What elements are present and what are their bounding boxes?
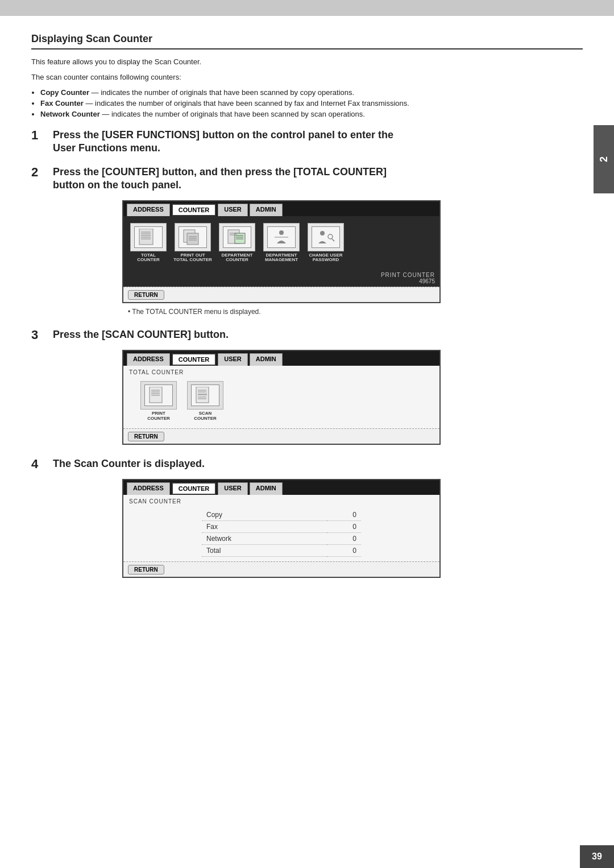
- panel-1-body: TOTALCOUNTER: [123, 216, 439, 270]
- icon-print-total[interactable]: PRINT OUTTOTAL COUNTER: [172, 223, 213, 263]
- total-counter-label: TOTAL COUNTER: [129, 369, 434, 375]
- panel-3-tabbar: ADDRESS COUNTER USER ADMIN: [123, 480, 439, 495]
- bullet-network: Network Counter — indicates the number o…: [40, 110, 583, 118]
- panel-1-counter-info: PRINT COUNTER 49675: [123, 270, 439, 287]
- icon-dept-counter[interactable]: DEPARTMENTCOUNTER: [217, 223, 258, 263]
- icon-print-counter-inner: [144, 385, 173, 406]
- scan-counter-table: Copy 0 Fax 0 Network 0 Total: [202, 509, 361, 557]
- icon-scan-counter[interactable]: SCANCOUNTER: [185, 381, 226, 421]
- icon-change-pwd-box: [308, 223, 344, 251]
- panel-3-return-btn[interactable]: RETURN: [128, 565, 164, 574]
- tab-address-3[interactable]: ADDRESS: [127, 482, 170, 495]
- scan-row-total: Total 0: [202, 545, 361, 557]
- scan-total-value: 0: [327, 545, 361, 557]
- icon-change-pwd[interactable]: CHANGE USERPASSWORD: [305, 223, 346, 263]
- icon-scan-counter-label: SCANCOUNTER: [194, 411, 217, 421]
- svg-rect-19: [275, 237, 288, 238]
- side-tab-number: 2: [598, 156, 610, 162]
- step-1-number: 1: [31, 129, 47, 142]
- tab-admin-2[interactable]: ADMIN: [250, 353, 283, 366]
- tab-admin-3[interactable]: ADMIN: [250, 482, 283, 495]
- intro-line2: The scan counter contains following coun…: [31, 73, 583, 81]
- print-counter-svg: [148, 387, 169, 404]
- scan-row-network: Network 0: [202, 533, 361, 545]
- bullet-copy-bold: Copy Counter: [40, 88, 89, 97]
- scan-copy-value: 0: [327, 509, 361, 521]
- icon-dept-mgmt-inner: [267, 226, 296, 248]
- panel-3-return-row: RETURN: [123, 561, 439, 577]
- section-title: Displaying Scan Counter: [31, 33, 583, 45]
- step-3-text: Press the [SCAN COUNTER] button.: [53, 328, 229, 341]
- icon-total-counter-box: [130, 223, 167, 251]
- icon-scan-counter-inner: [191, 385, 219, 406]
- panel-1-container: ADDRESS COUNTER USER ADMIN: [122, 200, 441, 304]
- intro-line1: This feature allows you to display the S…: [31, 57, 583, 66]
- bullet-network-bold: Network Counter: [40, 110, 100, 118]
- panel-1: ADDRESS COUNTER USER ADMIN: [122, 200, 441, 304]
- icon-print-counter-box: [140, 381, 177, 410]
- svg-rect-0: [139, 229, 153, 245]
- print-counter-label: PRINT COUNTER: [128, 272, 435, 278]
- step-1: 1 Press the [USER FUNCTIONS] button on t…: [31, 129, 583, 155]
- tab-counter-2[interactable]: COUNTER: [172, 353, 216, 366]
- icon-dept-mgmt[interactable]: DEPARTMENTMANAGEMENT: [261, 223, 302, 263]
- step-4: 4 The Scan Counter is displayed.: [31, 457, 583, 471]
- scan-fax-label: Fax: [202, 521, 327, 533]
- total-counter-svg: [138, 229, 159, 246]
- panel-1-return-row: RETURN: [123, 287, 439, 302]
- icon-print-total-box: [175, 223, 211, 251]
- scan-network-value: 0: [327, 533, 361, 545]
- scan-row-fax: Fax 0: [202, 521, 361, 533]
- panel-2-return-btn[interactable]: RETURN: [128, 432, 164, 441]
- tab-address-1[interactable]: ADDRESS: [127, 204, 170, 216]
- dept-counter-svg: [227, 229, 247, 246]
- panel-3: ADDRESS COUNTER USER ADMIN SCAN COUNTER …: [122, 479, 441, 578]
- tab-address-2[interactable]: ADDRESS: [127, 353, 170, 366]
- panel-2-body: TOTAL COUNTER: [123, 366, 439, 428]
- scan-counter-svg: [195, 387, 215, 404]
- step-2-text: Press the [COUNTER] button, and then pre…: [53, 166, 387, 192]
- page-number-box: 39: [580, 845, 614, 868]
- icon-print-counter-label: PRINTCOUNTER: [147, 411, 170, 421]
- icon-print-total-inner: [179, 226, 207, 248]
- main-content: Displaying Scan Counter This feature all…: [0, 16, 614, 617]
- scan-total-label: Total: [202, 545, 327, 557]
- icon-print-total-label: PRINT OUTTOTAL COUNTER: [173, 253, 212, 263]
- panel-1-icons: TOTALCOUNTER: [128, 221, 435, 266]
- scan-counter-tbody: Copy 0 Fax 0 Network 0 Total: [202, 509, 361, 557]
- page-number: 39: [592, 852, 602, 862]
- icon-total-counter[interactable]: TOTALCOUNTER: [128, 223, 169, 263]
- tab-user-2[interactable]: USER: [218, 353, 248, 366]
- tab-counter-1[interactable]: COUNTER: [172, 204, 216, 216]
- step-2: 2 Press the [COUNTER] button, and then p…: [31, 166, 583, 192]
- tab-admin-1[interactable]: ADMIN: [250, 204, 283, 216]
- dept-mgmt-svg: [271, 229, 292, 246]
- change-pwd-svg: [316, 229, 336, 246]
- step-3-line1: Press the [SCAN COUNTER] button.: [53, 328, 229, 341]
- icon-print-counter[interactable]: PRINTCOUNTER: [138, 381, 179, 421]
- icon-dept-counter-inner: [223, 226, 251, 248]
- print-counter-value: 49675: [128, 278, 435, 284]
- icon-dept-counter-label: DEPARTMENTCOUNTER: [222, 253, 253, 263]
- panel-3-body: SCAN COUNTER Copy 0 Fax 0 Network: [123, 495, 439, 561]
- svg-rect-30: [198, 394, 207, 395]
- step-3-number: 3: [31, 328, 47, 342]
- panel-2: ADDRESS COUNTER USER ADMIN TOTAL COUNTER: [122, 350, 441, 445]
- tab-user-3[interactable]: USER: [218, 482, 248, 495]
- panel-2-tabbar: ADDRESS COUNTER USER ADMIN: [123, 351, 439, 366]
- tab-counter-3[interactable]: COUNTER: [172, 482, 216, 495]
- side-tab: 2: [594, 125, 614, 193]
- panel-1-tabbar: ADDRESS COUNTER USER ADMIN: [123, 201, 439, 216]
- panel-1-return-btn[interactable]: RETURN: [128, 290, 164, 300]
- step-1-line1: Press the [USER FUNCTIONS] button on the…: [53, 129, 393, 142]
- panel-2-return-row: RETURN: [123, 428, 439, 444]
- tab-user-1[interactable]: USER: [218, 204, 248, 216]
- icon-total-counter-label: TOTALCOUNTER: [137, 253, 160, 263]
- step-4-number: 4: [31, 457, 47, 471]
- icon-dept-mgmt-box: [263, 223, 300, 251]
- svg-rect-7: [187, 233, 198, 245]
- top-bar: [0, 0, 614, 16]
- icon-dept-mgmt-label: DEPARTMENTMANAGEMENT: [265, 253, 298, 263]
- step-3: 3 Press the [SCAN COUNTER] button.: [31, 328, 583, 342]
- svg-point-20: [320, 231, 325, 235]
